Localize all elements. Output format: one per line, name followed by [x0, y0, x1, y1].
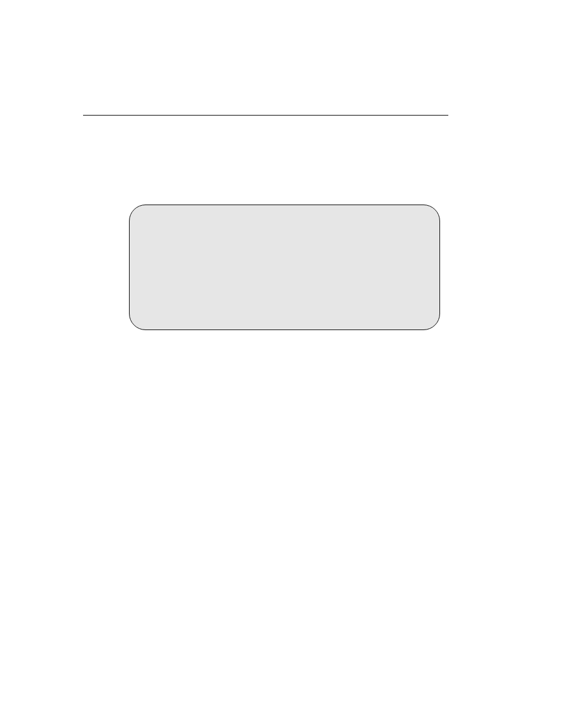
- rounded-rectangle-box: [129, 205, 440, 330]
- horizontal-divider: [83, 115, 448, 116]
- content-area: [83, 115, 448, 116]
